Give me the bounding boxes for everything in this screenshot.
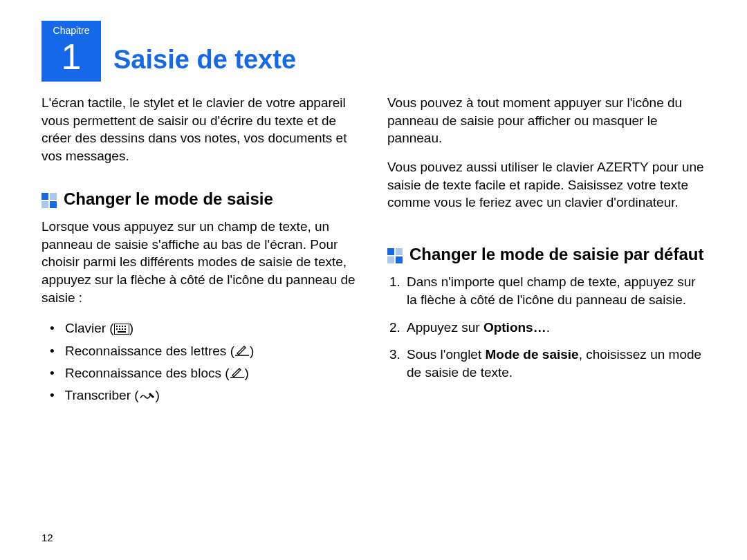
pencil-line-icon (234, 345, 250, 357)
close-paren: ) (129, 321, 133, 335)
list-item: Clavier () (46, 317, 360, 339)
page-number: 12 (42, 532, 53, 543)
step-text-pre: Appuyez sur (407, 320, 483, 335)
keyboard-icon (114, 324, 129, 335)
svg-rect-8 (124, 328, 126, 330)
section-bullet-icon (42, 193, 57, 208)
list-item: Reconnaissance des lettres () (46, 340, 360, 362)
svg-rect-5 (116, 328, 118, 330)
list-item: Dans n'importe quel champ de texte, appu… (404, 273, 706, 308)
svg-rect-4 (124, 326, 126, 327)
close-paren: ) (250, 344, 254, 358)
chapter-number: 1 (62, 39, 82, 75)
opt-label: Transcriber ( (65, 388, 139, 402)
list-item: Transcriber () (46, 384, 360, 407)
svg-rect-3 (122, 326, 123, 327)
step-text: Dans n'importe quel champ de texte, appu… (407, 274, 696, 307)
step-text-bold: Options… (483, 320, 546, 335)
close-paren: ) (245, 366, 249, 380)
section-bullet-icon (387, 248, 403, 263)
list-item: Appuyez sur Options…. (404, 319, 706, 337)
steps-list: Dans n'importe quel champ de texte, appu… (387, 273, 706, 381)
section-heading-input-mode: Changer le mode de saisie (42, 189, 360, 209)
svg-rect-7 (122, 328, 123, 330)
section-title: Changer le mode de saisie par défaut (409, 245, 703, 264)
close-paren: ) (156, 388, 160, 402)
input-mode-list: Clavier () Reconnaissance des lettres ()… (42, 317, 360, 407)
right-p2: Vous pouvez aussi utiliser le clavier AZ… (387, 158, 706, 212)
svg-rect-1 (116, 326, 118, 327)
right-p1: Vous pouvez à tout moment appuyer sur l'… (387, 94, 706, 147)
chapter-title: Saisie de texte (113, 45, 296, 75)
transcriber-icon (139, 391, 156, 402)
opt-label: Reconnaissance des blocs ( (65, 366, 230, 380)
section-heading-default-mode: Changer le mode de saisie par défaut (387, 245, 706, 264)
pencil-line-icon (230, 367, 245, 380)
svg-rect-9 (118, 331, 126, 333)
svg-rect-2 (119, 326, 120, 327)
chapter-header: Chapitre 1 Saisie de texte (42, 21, 706, 82)
step-text-pre: Sous l'onglet (407, 347, 485, 362)
content-columns: L'écran tactile, le stylet et le clavier… (42, 94, 706, 407)
opt-label: Reconnaissance des lettres ( (65, 344, 234, 358)
section-title: Changer le mode de saisie (64, 189, 273, 209)
section1-paragraph: Lorsque vous appuyez sur un champ de tex… (42, 218, 360, 306)
chapter-label: Chapitre (53, 25, 90, 36)
step-text-post: . (546, 320, 550, 335)
left-column: L'écran tactile, le stylet et le clavier… (42, 94, 360, 407)
intro-paragraph: L'écran tactile, le stylet et le clavier… (42, 94, 360, 165)
list-item: Sous l'onglet Mode de saisie, choisissez… (404, 346, 706, 381)
list-item: Reconnaissance des blocs () (46, 362, 360, 384)
step-text-bold: Mode de saisie (485, 347, 578, 362)
right-column: Vous pouvez à tout moment appuyer sur l'… (387, 94, 706, 407)
opt-label: Clavier ( (65, 321, 114, 335)
svg-rect-6 (119, 328, 120, 330)
chapter-badge: Chapitre 1 (42, 21, 101, 82)
